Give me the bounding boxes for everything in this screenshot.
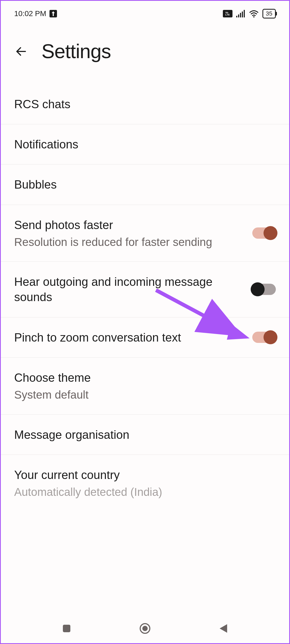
- setting-notifications[interactable]: Notifications: [1, 124, 289, 164]
- current-country-title: Your current country: [14, 467, 268, 482]
- send-photos-title: Send photos faster: [14, 217, 244, 233]
- choose-theme-subtitle: System default: [14, 388, 268, 402]
- status-left: 10:02 PM: [14, 9, 57, 18]
- message-org-title: Message organisation: [14, 427, 268, 442]
- nav-back-button[interactable]: [215, 620, 231, 636]
- svg-marker-12: [220, 624, 227, 633]
- svg-rect-4: [244, 10, 245, 17]
- choose-theme-title: Choose theme: [14, 370, 268, 385]
- header: Settings: [1, 24, 289, 84]
- battery-icon: 35: [262, 9, 276, 18]
- svg-rect-1: [238, 14, 239, 17]
- svg-rect-2: [240, 13, 241, 17]
- setting-message-org[interactable]: Message organisation: [1, 415, 289, 455]
- settings-list: RCS chats Notifications Bubbles Send pho…: [1, 84, 289, 511]
- svg-point-11: [142, 626, 148, 631]
- status-right: VoLTE 35: [223, 9, 276, 18]
- upload-icon: [49, 10, 57, 17]
- setting-send-photos[interactable]: Send photos faster Resolution is reduced…: [1, 205, 289, 262]
- setting-message-sounds[interactable]: Hear outgoing and incoming message sound…: [1, 262, 289, 317]
- setting-choose-theme[interactable]: Choose theme System default: [1, 358, 289, 415]
- svg-rect-3: [242, 12, 243, 17]
- svg-rect-0: [236, 16, 237, 17]
- rcs-chats-title: RCS chats: [14, 96, 268, 112]
- setting-current-country[interactable]: Your current country Automatically detec…: [1, 455, 289, 512]
- current-country-subtitle: Automatically detected (India): [14, 485, 268, 499]
- volte-icon: VoLTE: [223, 10, 232, 17]
- status-time: 10:02 PM: [14, 9, 46, 18]
- navigation-bar: [1, 614, 289, 643]
- setting-pinch-zoom[interactable]: Pinch to zoom conversation text: [1, 317, 289, 358]
- nav-home-button[interactable]: [137, 620, 153, 636]
- svg-point-5: [253, 16, 254, 18]
- page-title: Settings: [41, 40, 111, 63]
- send-photos-subtitle: Resolution is reduced for faster sending: [14, 235, 244, 249]
- battery-level: 35: [266, 10, 272, 17]
- pinch-zoom-toggle[interactable]: [252, 332, 276, 343]
- notifications-title: Notifications: [14, 137, 268, 152]
- signal-icon: [236, 10, 245, 17]
- setting-rcs-chats[interactable]: RCS chats: [1, 84, 289, 124]
- setting-bubbles[interactable]: Bubbles: [1, 164, 289, 205]
- send-photos-toggle[interactable]: [252, 227, 276, 239]
- message-sounds-title: Hear outgoing and incoming message sound…: [14, 274, 244, 305]
- pinch-zoom-title: Pinch to zoom conversation text: [14, 330, 244, 345]
- back-button[interactable]: [14, 44, 28, 58]
- nav-recent-button[interactable]: [59, 620, 75, 636]
- wifi-icon: [249, 10, 259, 17]
- bubbles-title: Bubbles: [14, 177, 268, 192]
- status-bar: 10:02 PM VoLTE: [1, 1, 289, 24]
- message-sounds-toggle[interactable]: [252, 284, 276, 295]
- svg-rect-9: [63, 625, 70, 632]
